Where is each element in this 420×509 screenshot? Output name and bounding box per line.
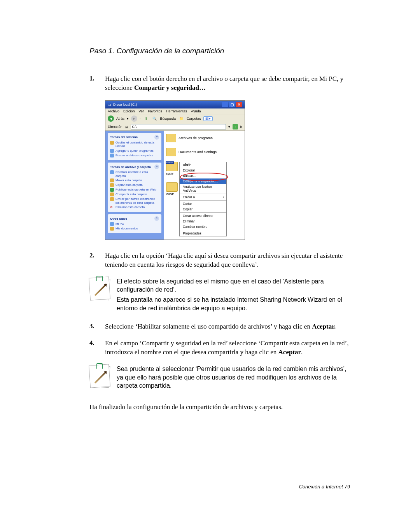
search-icon[interactable]: 🔍: [152, 115, 158, 122]
address-dropdown-icon[interactable]: ▾: [228, 125, 230, 129]
delete-icon: ✕: [110, 205, 114, 209]
mypc-icon: [110, 222, 114, 226]
folder-label: Archivos de programa: [178, 136, 213, 140]
screenshot-window: 🖴 Disco local (C:) _ ▢ ✕ Archivo Edición…: [105, 100, 245, 240]
text-fragment: En el campo ‘Compartir y seguridad en la…: [105, 339, 349, 356]
menu-item[interactable]: Ver: [139, 109, 144, 113]
dropdown-icon[interactable]: ▾: [127, 117, 129, 121]
folder-item[interactable]: Documents and Settings: [166, 148, 242, 156]
collapse-icon[interactable]: ⌃: [154, 135, 159, 140]
ctx-item[interactable]: Propiedades: [180, 231, 226, 236]
ctx-item[interactable]: Eliminar: [180, 219, 226, 224]
panel-title: Otros sitios: [110, 217, 127, 220]
forward-icon[interactable]: ►: [131, 115, 137, 122]
task-link[interactable]: Copiar esta carpeta: [110, 183, 159, 187]
step-2: 2. Haga clic en la opción ‘Haga clic aqu…: [89, 252, 350, 269]
drive-small-icon: 🖴: [125, 125, 128, 129]
ctx-item[interactable]: Cortar: [180, 201, 226, 206]
folder-label: WIND: [166, 192, 178, 196]
separator: ·: [140, 117, 141, 121]
task-link[interactable]: Mis documentos: [110, 227, 159, 231]
ctx-item[interactable]: Buscar...: [180, 173, 226, 178]
publish-icon: [110, 188, 114, 192]
minimize-icon[interactable]: _: [222, 102, 228, 107]
menu-item[interactable]: Edición: [123, 109, 135, 113]
step-text: Seleccione ‘Habilitar solamente el uso c…: [105, 322, 350, 331]
task-label: Buscar archivos o carpetas: [116, 154, 153, 157]
ctx-item[interactable]: Copiar: [180, 206, 226, 212]
task-link[interactable]: Compartir esta carpeta: [110, 192, 159, 196]
collapse-icon[interactable]: ⌃: [154, 164, 159, 169]
text-bold: Aceptar.: [312, 323, 336, 330]
search-label[interactable]: Búsqueda: [160, 117, 176, 121]
task-link[interactable]: Mover esta carpeta: [110, 178, 159, 182]
task-link[interactable]: Enviar por correo electrónico los archiv…: [110, 197, 159, 205]
folder-item[interactable]: Archivos de programa: [166, 134, 242, 142]
panel-other-places: Otros sitios⌃ Mi PC Mis documentos: [108, 214, 161, 233]
rename-icon: [110, 170, 114, 174]
panel-icon: [110, 154, 114, 157]
window-controls: _ ▢ ✕: [222, 102, 242, 107]
task-label: Mi PC: [116, 222, 124, 226]
note-box: Sea prudente al seleccionar ‘Permitir qu…: [89, 365, 350, 390]
note-text: Sea prudente al seleccionar ‘Permitir qu…: [117, 365, 350, 390]
folders-label[interactable]: Carpetas: [187, 117, 201, 121]
task-label: Ocultar el contenido de esta unidad: [116, 141, 159, 148]
step-number: 1.: [89, 75, 105, 82]
note-paragraph: Sea prudente al seleccionar ‘Permitir qu…: [117, 365, 350, 390]
back-label[interactable]: Atrás: [116, 117, 124, 121]
task-link[interactable]: Cambiar nombre a esta carpeta: [110, 170, 159, 178]
step-1: 1. Haga clic con el botón derecho en el …: [89, 75, 350, 93]
text-bold: Aceptar: [278, 348, 301, 356]
ctx-item[interactable]: Explorar: [180, 168, 226, 173]
menu-item[interactable]: Archivo: [108, 109, 119, 113]
maximize-icon[interactable]: ▢: [229, 102, 235, 107]
task-label: Cambiar nombre a esta carpeta: [116, 170, 159, 178]
page-footer: Conexión a Internet 79: [299, 484, 350, 490]
step-number: 2.: [89, 252, 105, 259]
selected-folder-icon[interactable]: PRIVA: [166, 162, 178, 171]
up-icon[interactable]: ⬆: [143, 115, 149, 122]
task-label: Mover esta carpeta: [116, 178, 142, 182]
folder-icon[interactable]: [166, 182, 178, 192]
ctx-item[interactable]: Analizar con Norton AntiVirus: [180, 184, 226, 193]
close-icon[interactable]: ✕: [236, 102, 242, 107]
address-input[interactable]: [131, 124, 226, 129]
note-paragraph: Esta pantalla no aparece si se ha instal…: [117, 296, 350, 312]
task-label: Mis documentos: [116, 227, 138, 231]
task-label: Enviar por correo electrónico los archiv…: [116, 197, 159, 205]
text-fragment: Seleccione ‘Habilitar solamente el uso c…: [105, 323, 312, 330]
memo-icon: [89, 277, 110, 300]
collapse-icon[interactable]: ⌃: [154, 216, 159, 221]
folders-icon[interactable]: 📁: [178, 115, 184, 122]
go-button[interactable]: →: [233, 124, 238, 129]
task-link[interactable]: Mi PC: [110, 222, 159, 226]
views-icon[interactable]: ▦▾: [203, 116, 213, 121]
task-label: Agregar o quitar programas: [116, 149, 154, 153]
share-icon: [110, 192, 114, 196]
ctx-item[interactable]: Cambiar nombre: [180, 224, 226, 229]
menu-item[interactable]: Ayuda: [191, 109, 201, 113]
ctx-item[interactable]: Crear acceso directo: [180, 213, 226, 219]
move-icon: [110, 178, 114, 182]
note-paragraph: El efecto sobre la seguridad es el mismo…: [117, 277, 350, 294]
menu-item[interactable]: Herramientas: [166, 109, 187, 113]
memo-icon: [89, 365, 110, 387]
task-link[interactable]: Agregar o quitar programas: [110, 149, 159, 153]
task-link[interactable]: Ocultar el contenido de esta unidad: [110, 141, 159, 148]
ctx-item[interactable]: Abrir: [180, 162, 226, 168]
step-text: Haga clic en la opción ‘Haga clic aquí s…: [105, 252, 350, 269]
folder-contents: Archivos de programa Documents and Setti…: [164, 131, 245, 240]
panel-title: Tareas del sistema: [110, 135, 138, 139]
task-link[interactable]: Buscar archivos o carpetas: [110, 154, 159, 157]
back-icon[interactable]: ◄: [108, 115, 114, 122]
ctx-item[interactable]: Compartir y seguridad...: [180, 178, 226, 184]
task-link[interactable]: ✕Eliminar esta carpeta: [110, 205, 159, 209]
task-link[interactable]: Publicar esta carpeta en Web: [110, 188, 159, 192]
selected-folder-label: syste: [166, 172, 178, 175]
note-text: El efecto sobre la seguridad es el mismo…: [117, 277, 350, 312]
go-label[interactable]: Ir: [240, 125, 243, 129]
folder-icon: [166, 134, 176, 142]
menu-item[interactable]: Favoritos: [148, 109, 162, 113]
ctx-item[interactable]: Enviar a: [180, 194, 226, 200]
